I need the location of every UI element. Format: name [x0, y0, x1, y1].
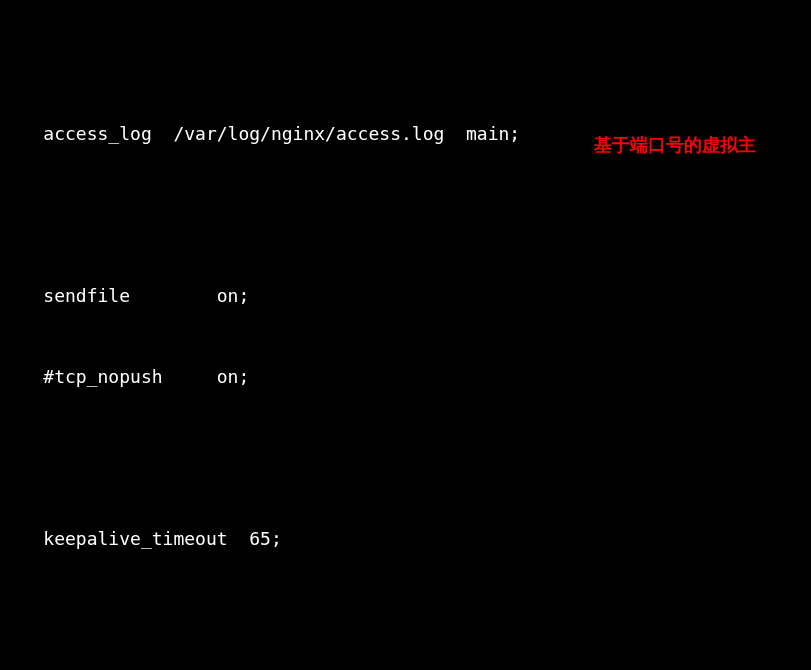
code-line: #tcp_nopush on; — [0, 363, 811, 390]
code-line — [0, 606, 811, 633]
code-line: sendfile on; — [0, 282, 811, 309]
code-line — [0, 201, 811, 228]
code-line: keepalive_timeout 65; — [0, 525, 811, 552]
code-line — [0, 444, 811, 471]
annotation-label: 基于端口号的虚拟主 — [594, 132, 756, 159]
terminal-code-view[interactable]: 基于端口号的虚拟主 access_log /var/log/nginx/acce… — [0, 0, 811, 670]
